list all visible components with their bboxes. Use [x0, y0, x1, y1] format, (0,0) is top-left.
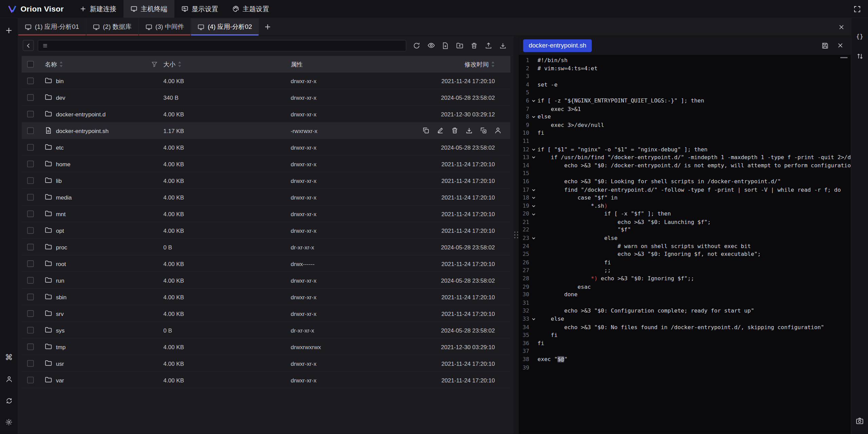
fullscreen-icon[interactable]: [851, 3, 863, 15]
refresh-icon[interactable]: [410, 39, 423, 52]
file-row[interactable]: etc4.00 KBdrwxr-xr-x2024-05-28 23:58:02: [22, 139, 511, 156]
column-mtime[interactable]: 修改时间: [465, 60, 495, 68]
file-row[interactable]: opt4.00 KBdrwxr-xr-x2021-11-24 17:20:10: [22, 222, 511, 239]
file-row[interactable]: var4.00 KBdrwxr-xr-x2021-11-24 17:20:10: [22, 372, 511, 389]
menu-item-theme-settings[interactable]: 主题设置: [225, 0, 276, 18]
file-row[interactable]: dev340 Bdrwxr-xr-x2024-05-28 23:58:02: [22, 89, 511, 106]
fold-chevron-icon[interactable]: [529, 99, 537, 103]
row-checkbox[interactable]: [27, 177, 34, 184]
swap-lines-icon[interactable]: [854, 50, 866, 62]
braces-icon[interactable]: {}: [854, 31, 866, 43]
row-checkbox[interactable]: [27, 77, 34, 84]
new-file-icon[interactable]: [439, 39, 452, 52]
file-table: 名称 大小: [22, 56, 511, 389]
panel-splitter[interactable]: [514, 36, 519, 434]
sort-icon[interactable]: [59, 61, 63, 68]
new-tab-plus-icon[interactable]: [3, 24, 15, 37]
close-all-icon[interactable]: [832, 18, 851, 36]
file-row[interactable]: tmp4.00 KBdrwxrwxrwx2021-12-30 03:29:10: [22, 339, 511, 355]
download-icon[interactable]: [466, 127, 473, 134]
edit-icon[interactable]: [437, 127, 444, 134]
terminal-tab[interactable]: (2) 数据库: [86, 18, 139, 36]
file-row[interactable]: srv4.00 KBdrwxr-xr-x2021-11-24 17:20:10: [22, 305, 511, 322]
upload-icon[interactable]: [482, 39, 495, 52]
menu-item-new-connection[interactable]: 新建连接: [73, 0, 123, 18]
duplicate-icon[interactable]: [480, 127, 487, 134]
editor-scroll-indicator[interactable]: [840, 57, 847, 58]
file-row[interactable]: sys0 Bdr-xr-xr-x2024-05-28 23:58:02: [22, 322, 511, 339]
file-row[interactable]: media4.00 KBdrwxr-xr-x2021-11-24 17:20:1…: [22, 189, 511, 206]
menu-item-host-terminal[interactable]: 主机终端: [123, 0, 174, 18]
terminal-tab[interactable]: (4) 应用-分析02: [191, 18, 259, 36]
download-icon[interactable]: [496, 39, 509, 52]
row-checkbox[interactable]: [27, 210, 34, 217]
row-checkbox[interactable]: [27, 293, 34, 300]
sync-status-icon[interactable]: [3, 395, 15, 407]
user-icon[interactable]: [3, 373, 15, 385]
file-size: 4.00 KB: [163, 177, 291, 184]
delete-icon[interactable]: [468, 39, 481, 52]
fold-chevron-icon[interactable]: [529, 115, 537, 119]
terminal-tab[interactable]: (1) 应用-分析01: [18, 18, 86, 36]
close-editor-icon[interactable]: [834, 39, 846, 52]
row-checkbox[interactable]: [27, 260, 34, 267]
file-row[interactable]: sbin4.00 KBdrwxr-xr-x2021-11-24 17:20:10: [22, 289, 511, 305]
copy-icon[interactable]: [422, 127, 430, 134]
fold-chevron-icon[interactable]: [529, 155, 537, 160]
row-checkbox[interactable]: [27, 376, 34, 383]
permission-icon[interactable]: [494, 127, 501, 134]
file-row[interactable]: lib4.00 KBdrwxr-xr-x2021-11-24 17:20:10: [22, 172, 511, 189]
add-tab-button[interactable]: [259, 18, 276, 36]
sort-icon[interactable]: [178, 61, 181, 68]
file-row[interactable]: proc0 Bdr-xr-xr-x2024-05-28 23:58:02: [22, 239, 511, 256]
select-all-checkbox[interactable]: [27, 61, 34, 68]
row-checkbox[interactable]: [27, 144, 34, 151]
fold-chevron-icon[interactable]: [529, 196, 537, 200]
screenshot-camera-icon[interactable]: [854, 415, 866, 427]
command-shortcut-icon[interactable]: ⌘: [3, 352, 15, 364]
file-row[interactable]: docker-entrypoint.d4.00 KBdrwxr-xr-x2021…: [22, 106, 511, 122]
back-button[interactable]: [23, 40, 34, 51]
save-icon[interactable]: [819, 39, 831, 52]
code-line: 28 *) echo >&3 "$0: Ignoring $f";;: [519, 275, 851, 283]
row-checkbox[interactable]: [27, 277, 34, 284]
filter-funnel-icon[interactable]: [151, 61, 158, 68]
row-checkbox[interactable]: [27, 161, 34, 167]
file-row[interactable]: home4.00 KBdrwxr-xr-x2021-11-24 17:20:10: [22, 156, 511, 172]
row-checkbox[interactable]: [27, 360, 34, 366]
fold-chevron-icon[interactable]: [529, 204, 537, 208]
fold-chevron-icon[interactable]: [529, 188, 537, 192]
column-size[interactable]: 大小: [163, 60, 182, 68]
file-row[interactable]: mnt4.00 KBdrwxr-xr-x2021-11-24 17:20:10: [22, 206, 511, 222]
row-checkbox[interactable]: [27, 227, 34, 234]
row-checkbox[interactable]: [27, 94, 34, 101]
row-checkbox[interactable]: [27, 310, 34, 317]
row-checkbox[interactable]: [27, 127, 34, 134]
editor-file-tab[interactable]: docker-entrypoint.sh: [523, 39, 592, 52]
file-row[interactable]: run4.00 KBdrwxr-xr-x2024-05-28 23:58:02: [22, 272, 511, 289]
terminal-tab[interactable]: (3) 中间件: [139, 18, 191, 36]
menu-item-display-settings[interactable]: 显示设置: [175, 0, 225, 18]
fold-chevron-icon[interactable]: [529, 236, 537, 241]
file-row[interactable]: usr4.00 KBdrwxr-xr-x2021-11-24 17:20:10: [22, 355, 511, 372]
new-folder-icon[interactable]: [453, 39, 466, 52]
fold-chevron-icon[interactable]: [529, 212, 537, 216]
fold-chevron-icon[interactable]: [529, 147, 537, 152]
row-checkbox[interactable]: [27, 194, 34, 201]
column-name[interactable]: 名称: [45, 60, 63, 68]
file-row[interactable]: docker-entrypoint.sh1.17 KB-rwxrwxr-x: [22, 122, 511, 139]
file-row[interactable]: bin4.00 KBdrwxr-xr-x2021-11-24 17:20:10: [22, 73, 511, 89]
row-checkbox[interactable]: [27, 326, 34, 333]
row-checkbox[interactable]: [27, 111, 34, 117]
settings-gear-icon[interactable]: [3, 416, 15, 429]
sort-icon[interactable]: [491, 61, 495, 68]
row-checkbox[interactable]: [27, 343, 34, 350]
path-input[interactable]: [52, 42, 402, 49]
code-editor[interactable]: 1#!/bin/sh2# vim:sw=4:ts=4:et34set -e56i…: [519, 55, 851, 434]
fold-chevron-icon[interactable]: [529, 317, 537, 321]
delete-icon[interactable]: [451, 127, 458, 134]
splitter-grip-icon[interactable]: [514, 232, 518, 239]
file-row[interactable]: root4.00 KBdrwx------2021-11-24 17:20:10: [22, 256, 511, 272]
row-checkbox[interactable]: [27, 244, 34, 250]
preview-eye-icon[interactable]: [425, 39, 437, 52]
